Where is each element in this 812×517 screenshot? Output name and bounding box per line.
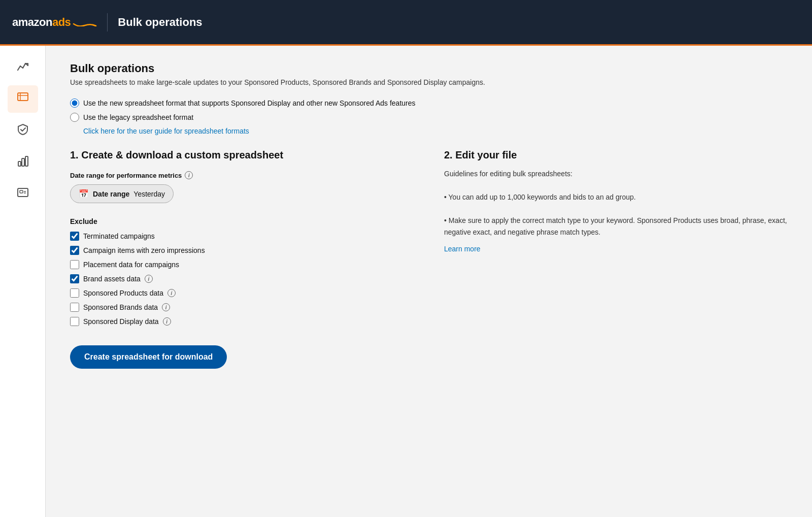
guideline1: • You can add up to 1,000 keywords and b…: [444, 193, 636, 201]
section2-title: 2. Edit your file: [444, 149, 788, 161]
section1-title: 1. Create & download a custom spreadshee…: [70, 149, 414, 161]
svg-rect-7: [20, 190, 23, 193]
sponsored-display-label: Sponsored Display data: [83, 317, 159, 326]
header-divider: [107, 13, 108, 31]
zero-impressions-checkbox[interactable]: [70, 246, 79, 255]
placement-data-checkbox[interactable]: [70, 260, 79, 269]
learn-more-link[interactable]: Learn more: [444, 245, 788, 253]
two-column-layout: 1. Create & download a custom spreadshee…: [70, 149, 788, 369]
sponsored-products-label: Sponsored Products data: [83, 289, 163, 297]
sponsored-products-checkbox[interactable]: [70, 288, 79, 298]
sponsored-brands-checkbox[interactable]: [70, 303, 79, 312]
checkbox-zero-impressions: Campaign items with zero impressions: [70, 246, 414, 255]
page-header: Bulk operations Use spreadsheets to make…: [70, 62, 788, 86]
header-page-title: Bulk operations: [118, 16, 202, 29]
sidebar-item-creative[interactable]: [8, 180, 38, 207]
app-header: amazonads Bulk operations: [0, 0, 812, 46]
edit-file-section: 2. Edit your file Guidelines for editing…: [444, 149, 788, 369]
edit-guidelines: Guidelines for editing bulk spreadsheets…: [444, 168, 788, 239]
campaigns-icon: [16, 91, 29, 107]
bar-chart-icon: [16, 154, 29, 170]
exclude-title: Exclude: [70, 217, 414, 225]
create-spreadsheet-button[interactable]: Create spreadsheet for download: [70, 345, 227, 369]
new-format-option: Use the new spreadsheet format that supp…: [70, 99, 788, 108]
checkbox-sponsored-products: Sponsored Products data i: [70, 288, 414, 298]
guidelines-intro: Guidelines for editing bulk spreadsheets…: [444, 170, 572, 178]
date-range-button[interactable]: 📅 Date range Yesterday: [70, 184, 174, 203]
creative-icon: [16, 186, 29, 201]
user-guide-link[interactable]: Click here for the user guide for spread…: [83, 127, 249, 135]
date-range-value: Yesterday: [133, 190, 165, 198]
page-title: Bulk operations: [70, 62, 788, 75]
date-range-label: Date range for performance metrics i: [70, 171, 414, 179]
placement-data-label: Placement data for campaigns: [83, 261, 179, 269]
checkbox-sponsored-brands: Sponsored Brands data i: [70, 303, 414, 312]
brand-assets-label: Brand assets data: [83, 275, 141, 283]
main-content: Bulk operations Use spreadsheets to make…: [46, 46, 812, 517]
guideline2: • Make sure to apply the correct match t…: [444, 216, 787, 236]
sponsored-display-info-icon: i: [163, 317, 171, 326]
svg-rect-4: [22, 158, 24, 166]
svg-rect-0: [18, 93, 28, 101]
exclude-section: Exclude Terminated campaigns Campaign it…: [70, 217, 414, 326]
date-info-icon: i: [185, 171, 193, 179]
checkbox-terminated: Terminated campaigns: [70, 232, 414, 241]
new-format-label: Use the new spreadsheet format that supp…: [83, 99, 416, 107]
sidebar-item-trends[interactable]: [8, 54, 38, 81]
sponsored-products-info-icon: i: [167, 289, 176, 297]
checkbox-sponsored-display: Sponsored Display data i: [70, 317, 414, 326]
new-format-radio[interactable]: [70, 99, 79, 108]
sidebar-item-brand[interactable]: [8, 117, 38, 144]
checkbox-brand-assets: Brand assets data i: [70, 274, 414, 283]
svg-rect-5: [25, 156, 28, 166]
sponsored-brands-label: Sponsored Brands data: [83, 303, 158, 311]
shield-icon: [16, 123, 29, 138]
app-layout: Bulk operations Use spreadsheets to make…: [0, 46, 812, 517]
logo-text: amazonads: [12, 16, 71, 29]
date-range-btn-label: Date range: [93, 190, 129, 198]
checkbox-placement: Placement data for campaigns: [70, 260, 414, 269]
trends-icon: [16, 60, 29, 75]
terminated-campaigns-label: Terminated campaigns: [83, 232, 155, 240]
sponsored-display-checkbox[interactable]: [70, 317, 79, 326]
logo: amazonads: [12, 16, 97, 29]
sponsored-brands-info-icon: i: [162, 303, 170, 311]
legacy-format-label: Use the legacy spreadsheet format: [83, 113, 193, 121]
svg-rect-3: [18, 161, 21, 166]
smile-icon: [73, 21, 97, 26]
calendar-icon: 📅: [79, 189, 89, 199]
sidebar-item-campaigns[interactable]: [8, 85, 38, 113]
terminated-campaigns-checkbox[interactable]: [70, 232, 79, 241]
legacy-format-option: Use the legacy spreadsheet format: [70, 113, 788, 122]
brand-assets-info-icon: i: [145, 275, 153, 283]
format-options: Use the new spreadsheet format that supp…: [70, 99, 788, 135]
sidebar-item-reports[interactable]: [8, 148, 38, 176]
page-subtitle: Use spreadsheets to make large-scale upd…: [70, 78, 788, 86]
brand-assets-checkbox[interactable]: [70, 274, 79, 283]
create-download-section: 1. Create & download a custom spreadshee…: [70, 149, 414, 369]
zero-impressions-label: Campaign items with zero impressions: [83, 246, 205, 254]
legacy-format-radio[interactable]: [70, 113, 79, 122]
sidebar: [0, 46, 46, 517]
